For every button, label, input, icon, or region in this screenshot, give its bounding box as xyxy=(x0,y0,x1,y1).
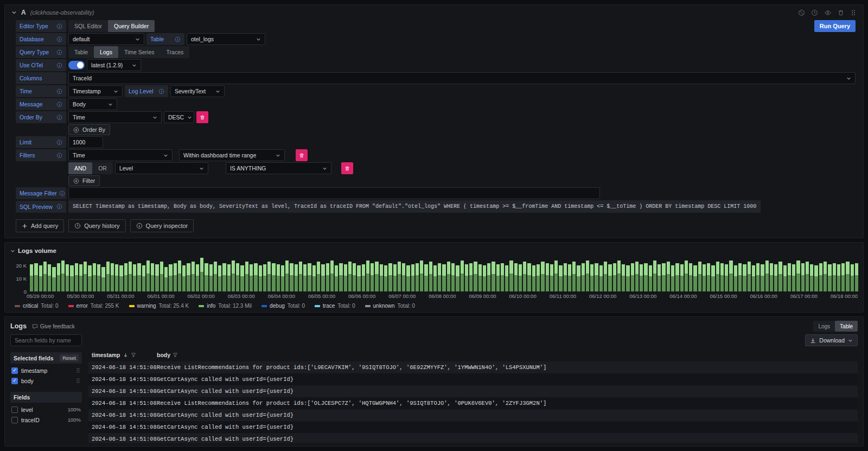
volume-bar xyxy=(523,262,526,291)
drag-handle-icon[interactable] xyxy=(75,367,81,373)
y-axis: 20 K10 K0 xyxy=(10,258,30,291)
filter1-field-select[interactable]: Time xyxy=(68,149,173,161)
view-logs-option[interactable]: Logs xyxy=(813,321,835,332)
order-by-field-select[interactable]: Time xyxy=(68,111,162,123)
add-filter-button[interactable]: Filter xyxy=(68,175,100,186)
log-level-column-select[interactable]: SeverityText xyxy=(170,85,225,97)
legend-item-critical[interactable]: criticalTotal: 0 xyxy=(15,303,59,309)
x-axis-tick: 05/30 00:00 xyxy=(67,293,94,299)
limit-input[interactable] xyxy=(68,136,103,148)
chevron-down-icon xyxy=(322,166,327,171)
search-fields-input[interactable] xyxy=(10,334,82,346)
query-history-button[interactable]: Query history xyxy=(68,219,125,232)
add-query-button[interactable]: Add query xyxy=(16,219,64,232)
query-inspector-button[interactable]: Query inspector xyxy=(130,219,194,232)
log-row[interactable]: 2024-06-18 14:51:08Receive ListRecommend… xyxy=(88,361,858,373)
y-axis-tick: 20 K xyxy=(16,263,27,269)
info-icon[interactable] xyxy=(56,88,62,94)
legend-item-info[interactable]: infoTotal: 12.3 Mil xyxy=(199,303,252,309)
volume-bar xyxy=(474,262,477,291)
volume-bar xyxy=(819,263,822,291)
legend-item-warning[interactable]: warningTotal: 25.4 K xyxy=(129,303,189,309)
legend-total: Total: 12.3 Mil xyxy=(218,303,252,309)
legend-item-trace[interactable]: traceTotal: 0 xyxy=(315,303,355,309)
log-row[interactable]: 2024-06-18 14:51:08Receive ListRecommend… xyxy=(88,397,858,409)
database-select[interactable]: default xyxy=(68,33,144,45)
time-column-select[interactable]: Timestamp xyxy=(68,85,123,97)
remove-filter1-button[interactable] xyxy=(296,149,308,161)
body-column-header[interactable]: body xyxy=(157,352,858,358)
sort-descending-icon[interactable] xyxy=(123,352,129,358)
info-icon[interactable] xyxy=(56,49,62,55)
query-type-table[interactable]: Table xyxy=(68,46,94,58)
filter2-operator-select[interactable]: IS ANYTHING xyxy=(226,162,331,174)
checkbox-unchecked-icon[interactable] xyxy=(11,406,18,413)
filter-icon[interactable] xyxy=(131,352,136,358)
legend-color-chip xyxy=(129,305,135,307)
filter1-operator-select[interactable]: Within dashboard time range xyxy=(179,149,285,161)
volume-bar xyxy=(259,265,262,291)
info-icon[interactable] xyxy=(56,101,62,107)
bool-or-option[interactable]: OR xyxy=(92,162,113,174)
disable-query-icon[interactable] xyxy=(798,9,805,16)
log-row[interactable]: 2024-06-18 14:51:08GetCartAsync called w… xyxy=(88,373,858,385)
log-row[interactable]: 2024-06-18 14:51:08GetCartAsync called w… xyxy=(88,433,858,443)
query-type-logs[interactable]: Logs xyxy=(94,46,118,58)
field-label-database: Database xyxy=(16,33,66,45)
volume-bar xyxy=(644,263,647,291)
info-icon[interactable] xyxy=(56,36,62,42)
info-icon[interactable] xyxy=(56,23,62,29)
query-builder-option[interactable]: Query Builder xyxy=(108,20,155,32)
checkbox-unchecked-icon[interactable] xyxy=(11,417,18,423)
message-filter-input[interactable] xyxy=(68,187,600,199)
logs-volume-header[interactable]: Logs volume xyxy=(10,246,858,256)
drag-query-handle-icon[interactable] xyxy=(850,9,857,16)
remove-filter2-button[interactable] xyxy=(341,162,353,174)
log-row[interactable]: 2024-06-18 14:51:08GetCartAsync called w… xyxy=(88,409,858,421)
columns-multiselect[interactable]: TraceId xyxy=(68,72,856,84)
log-row[interactable]: 2024-06-18 14:51:08GetCartAsync called w… xyxy=(88,385,858,397)
info-icon[interactable] xyxy=(56,204,62,209)
hide-response-icon[interactable] xyxy=(824,9,832,16)
filter-icon[interactable] xyxy=(173,352,178,358)
checkbox-checked-icon[interactable]: ✓ xyxy=(11,378,18,384)
log-row[interactable]: 2024-06-18 14:51:08GetCartAsync called w… xyxy=(88,421,858,433)
sql-preview-code: SELECT Timestamp as timestamp, Body as b… xyxy=(68,200,761,213)
info-icon[interactable] xyxy=(56,62,62,68)
run-query-button[interactable]: Run Query xyxy=(814,20,856,32)
info-icon[interactable] xyxy=(158,88,164,94)
info-icon[interactable] xyxy=(56,115,62,120)
sql-editor-option[interactable]: SQL Editor xyxy=(68,20,108,32)
volume-bar xyxy=(200,258,203,291)
query-type-time-series[interactable]: Time Series xyxy=(118,46,161,58)
query-history-icon[interactable] xyxy=(811,9,818,16)
order-by-direction-select[interactable]: DESC xyxy=(164,111,194,123)
download-button[interactable]: Download xyxy=(805,334,858,346)
volume-bar xyxy=(568,264,571,291)
volume-bar xyxy=(667,262,670,291)
add-order-by-button[interactable]: Order By xyxy=(68,124,110,135)
info-icon[interactable] xyxy=(56,139,62,145)
info-icon[interactable] xyxy=(56,153,62,158)
collapse-query-icon[interactable] xyxy=(11,10,17,15)
otel-version-select[interactable]: latest (1.2.9) xyxy=(87,59,141,71)
table-select[interactable]: otel_logs xyxy=(187,33,265,45)
give-feedback-link[interactable]: Give feedback xyxy=(32,323,75,329)
checkbox-checked-icon[interactable]: ✓ xyxy=(11,367,18,374)
legend-item-debug[interactable]: debugTotal: 0 xyxy=(261,303,305,309)
delete-query-icon[interactable] xyxy=(838,9,844,16)
drag-handle-icon[interactable] xyxy=(75,378,81,384)
info-icon[interactable] xyxy=(175,36,181,42)
timestamp-column-header[interactable]: timestamp xyxy=(88,352,157,358)
legend-item-unknown[interactable]: unknownTotal: 0 xyxy=(365,303,415,309)
remove-order-by-button[interactable] xyxy=(196,111,208,123)
reset-fields-button[interactable]: Reset xyxy=(60,354,79,361)
view-table-option[interactable]: Table xyxy=(835,321,858,332)
legend-item-error[interactable]: errorTotal: 255 K xyxy=(68,303,119,309)
use-otel-toggle[interactable] xyxy=(68,61,85,69)
info-icon[interactable] xyxy=(59,190,65,196)
filter2-field-select[interactable]: Level xyxy=(115,162,208,174)
query-type-traces[interactable]: Traces xyxy=(161,46,190,58)
message-column-select[interactable]: Body xyxy=(68,98,117,110)
bool-and-option[interactable]: AND xyxy=(68,162,92,174)
